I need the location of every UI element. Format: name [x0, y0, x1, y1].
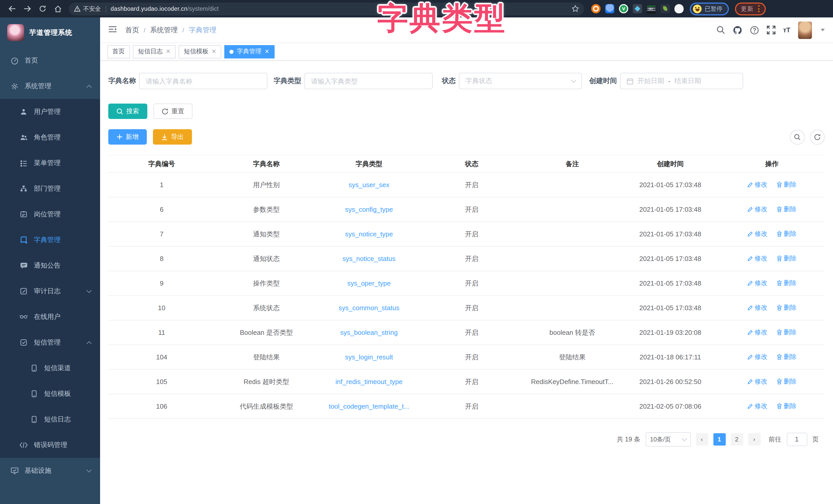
- on-badge-extension-icon[interactable]: on: [647, 4, 656, 13]
- dict-type-input[interactable]: [311, 77, 426, 85]
- dict-type-link[interactable]: sys_oper_type: [347, 279, 390, 287]
- search-button[interactable]: 搜索: [108, 104, 147, 119]
- tab-sms-log[interactable]: 短信日志 ✕: [133, 45, 175, 58]
- date-range-picker[interactable]: 开始日期 - 结束日期: [620, 73, 743, 89]
- browser-back-icon[interactable]: [4, 2, 20, 16]
- next-page-button[interactable]: ›: [748, 433, 760, 446]
- sidebar-item-dict-management[interactable]: 字典管理: [0, 227, 100, 253]
- sidebar-item-menu-management[interactable]: 菜单管理: [0, 150, 100, 176]
- sidebar-item-home[interactable]: 首页: [0, 48, 100, 73]
- dict-type-link[interactable]: sys_notice_status: [342, 255, 396, 262]
- browser-update-button[interactable]: 更新: [735, 2, 765, 15]
- github-icon[interactable]: [733, 25, 742, 34]
- edit-link[interactable]: 修改: [747, 279, 767, 288]
- close-icon[interactable]: ✕: [265, 49, 269, 54]
- browser-address-bar[interactable]: 不安全 dashboard.yudao.iocoder.cn/system/di…: [69, 2, 584, 15]
- delete-link[interactable]: 删除: [777, 353, 796, 361]
- sidebar-item-dept-management[interactable]: 部门管理: [0, 176, 100, 201]
- status-select[interactable]: 字典状态: [459, 73, 582, 89]
- refresh-table-button[interactable]: [810, 129, 825, 144]
- white-dog-extension-icon[interactable]: [674, 4, 684, 13]
- sidebar-item-sms-log[interactable]: 短信日志: [0, 407, 100, 432]
- sidebar-item-post-management[interactable]: 岗位管理: [0, 201, 100, 227]
- sidebar-item-error-code[interactable]: 错误码管理: [0, 432, 100, 458]
- orange-donut-extension-icon[interactable]: [591, 4, 600, 13]
- delete-link[interactable]: 删除: [777, 230, 796, 238]
- delete-link[interactable]: 删除: [777, 180, 796, 189]
- edit-link[interactable]: 修改: [747, 353, 767, 362]
- delete-link[interactable]: 删除: [777, 205, 796, 214]
- blue-lamp-extension-icon[interactable]: [605, 4, 614, 13]
- tab-home[interactable]: 首页: [107, 45, 130, 58]
- dict-name-input[interactable]: [146, 77, 261, 85]
- delete-link[interactable]: 删除: [777, 254, 796, 263]
- close-icon[interactable]: ✕: [211, 49, 216, 54]
- delete-link[interactable]: 删除: [777, 304, 796, 312]
- sidebar-item-notice[interactable]: 通知公告: [0, 253, 100, 278]
- tab-sms-template[interactable]: 短信模板 ✕: [178, 45, 221, 58]
- tab-dict-management[interactable]: 字典管理 ✕: [224, 45, 274, 58]
- delete-link[interactable]: 删除: [777, 279, 796, 287]
- user-avatar[interactable]: [798, 21, 812, 39]
- security-warning[interactable]: 不安全: [74, 5, 101, 12]
- delete-link[interactable]: 删除: [777, 328, 796, 337]
- help-icon[interactable]: [749, 25, 759, 34]
- sidebar-collapse-icon[interactable]: [108, 25, 117, 34]
- browser-reload-icon[interactable]: [35, 2, 50, 16]
- bookmark-star-icon[interactable]: [572, 5, 579, 12]
- cell-remark: [523, 271, 622, 296]
- edit-link[interactable]: 修改: [747, 402, 767, 411]
- green-circle-extension-icon[interactable]: [619, 4, 628, 13]
- paused-extension-badge[interactable]: 已暂停: [690, 2, 729, 15]
- sidebar-item-system[interactable]: 系统管理: [0, 73, 100, 99]
- sidebar-item-infrastructure[interactable]: 基础设施: [0, 458, 100, 483]
- page-number-2[interactable]: 2: [731, 433, 743, 446]
- browser-home-icon[interactable]: [50, 2, 66, 16]
- font-size-icon[interactable]: ᴛT: [783, 26, 790, 34]
- sidebar-item-sms-template[interactable]: 短信模板: [0, 381, 100, 407]
- dict-type-link[interactable]: sys_notice_type: [345, 230, 393, 238]
- edit-link[interactable]: 修改: [747, 304, 767, 312]
- goto-page-input[interactable]: [787, 433, 807, 446]
- edit-link[interactable]: 修改: [747, 255, 767, 263]
- app-logo-row[interactable]: 芋道管理系统: [0, 18, 100, 48]
- reset-button[interactable]: 重置: [153, 104, 192, 119]
- delete-link[interactable]: 删除: [777, 402, 796, 411]
- edit-link[interactable]: 修改: [747, 328, 767, 337]
- dict-type-link[interactable]: sys_boolean_string: [340, 329, 398, 336]
- dict-type-link[interactable]: sys_user_sex: [349, 181, 389, 189]
- header-search-icon[interactable]: [716, 26, 725, 34]
- edit-link[interactable]: 修改: [747, 181, 767, 190]
- edit-link[interactable]: 修改: [747, 378, 767, 386]
- edit-link[interactable]: 修改: [747, 230, 767, 239]
- sidebar-item-role-management[interactable]: 角色管理: [0, 125, 100, 150]
- close-icon[interactable]: ✕: [166, 49, 170, 54]
- dict-type-link[interactable]: inf_redis_timeout_type: [335, 378, 403, 385]
- page-size-select[interactable]: 10条/页: [645, 432, 691, 447]
- add-button[interactable]: 新增: [108, 129, 147, 145]
- dict-type-link[interactable]: sys_config_type: [345, 206, 393, 213]
- dict-type-link[interactable]: sys_common_status: [339, 304, 400, 312]
- dict-type-link[interactable]: sys_login_result: [345, 353, 393, 361]
- page-number-1[interactable]: 1: [713, 433, 725, 446]
- edit-link[interactable]: 修改: [747, 205, 767, 214]
- user-menu-caret-icon[interactable]: [821, 29, 825, 31]
- delete-link[interactable]: 删除: [777, 377, 796, 386]
- sidebar-item-online-users[interactable]: 在线用户: [0, 304, 100, 330]
- sidebar-item-audit-log[interactable]: 审计日志: [0, 278, 100, 304]
- prev-page-button[interactable]: ‹: [696, 433, 708, 446]
- breadcrumb-home[interactable]: 首页: [125, 25, 139, 34]
- fullscreen-icon[interactable]: [766, 26, 775, 34]
- dict-type-link[interactable]: tool_codegen_template_t...: [329, 402, 409, 410]
- breadcrumb-system[interactable]: 系统管理: [150, 25, 178, 34]
- grid-diamond-extension-icon[interactable]: [633, 4, 642, 13]
- sidebar-item-sms-management[interactable]: 短信管理: [0, 330, 100, 355]
- green-leaf-extension-icon[interactable]: [661, 4, 670, 13]
- show-search-toggle-button[interactable]: [790, 129, 805, 144]
- export-button[interactable]: 导出: [153, 129, 192, 145]
- sidebar-item-user-management[interactable]: 用户管理: [0, 99, 100, 125]
- browser-forward-icon[interactable]: [20, 2, 35, 16]
- annotation-overlay-title: 字典类型: [377, 0, 506, 40]
- sidebar-item-sms-channel[interactable]: 短信渠道: [0, 355, 100, 381]
- browser-menu-kebab-icon[interactable]: [758, 5, 759, 12]
